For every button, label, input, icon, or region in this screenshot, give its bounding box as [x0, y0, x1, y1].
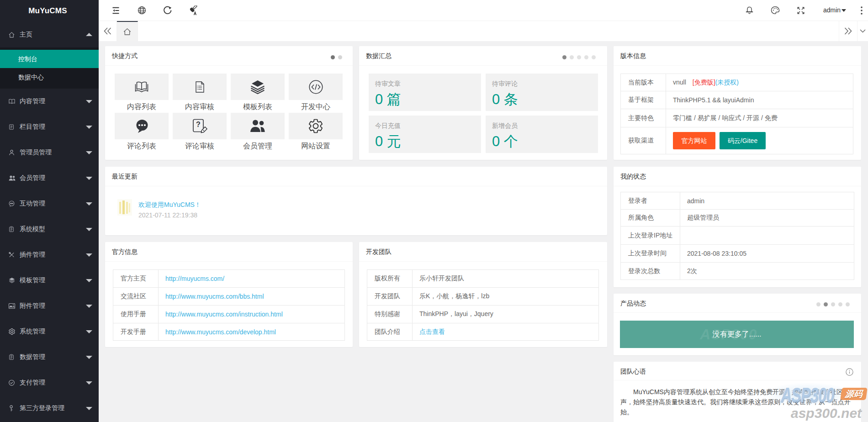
svg-text:?: ?	[196, 121, 201, 128]
